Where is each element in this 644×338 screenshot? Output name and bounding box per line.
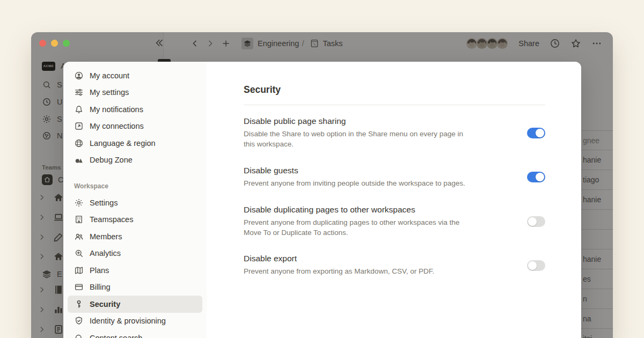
gear-icon [74,198,84,208]
setting-title: Disable guests [244,166,506,175]
settings-nav-teamspaces[interactable]: Teamspaces [68,211,202,229]
sliders-icon [74,87,84,97]
settings-nav-label: Analytics [90,249,121,258]
setting-title: Disable export [244,254,506,263]
settings-nav-identity-provisioning[interactable]: Identity & provisioning [68,313,202,330]
setting-title: Disable public page sharing [244,116,506,126]
members-icon [74,232,84,241]
credit-card-icon [74,282,84,292]
settings-nav-label: My account [90,71,129,80]
settings-nav-label: Debug Zone [90,156,133,164]
settings-nav-content-search[interactable]: Content search [68,329,202,338]
map-icon [74,266,84,275]
settings-modal: My account My settings My notifications … [63,62,581,338]
settings-sidebar: My account My settings My notifications … [63,62,207,338]
setting-text: Disable public page sharing Disable the … [244,116,506,150]
settings-section-workspace: Workspace [74,182,196,192]
settings-nav-members[interactable]: Members [68,228,202,245]
settings-nav-label: Language & region [90,139,156,148]
setting-title: Disable duplicating pages to other works… [244,205,506,215]
settings-nav-label: Settings [90,199,118,207]
toggle-disable-export[interactable] [527,260,545,271]
arrow-up-right-square-icon [74,121,84,131]
settings-nav-billing[interactable]: Billing [68,279,202,296]
setting-disable-export: Disable export Prevent anyone from expor… [244,254,545,277]
settings-nav-debug-zone[interactable]: Debug Zone [68,152,202,169]
settings-nav-my-settings[interactable]: My settings [68,84,202,101]
zoom-plus-icon [74,248,84,258]
toggle-disable-public-page-sharing[interactable] [527,128,545,138]
settings-nav-label: My connections [90,122,144,130]
key-icon [74,299,84,309]
settings-nav-label: Plans [90,266,109,275]
globe-icon [74,138,84,148]
settings-nav-label: My settings [90,88,129,97]
app-window: ACME A S U S N Teams [31,32,613,338]
setting-description: Prevent anyone from exporting as Markdow… [244,267,475,277]
settings-nav-label: Members [90,232,122,241]
settings-nav-language-region[interactable]: Language & region [68,135,202,152]
toggle-knob [536,173,544,181]
settings-nav-label: Security [90,300,120,308]
settings-nav-label: Billing [90,283,111,291]
minimize-window-button[interactable] [51,40,58,47]
toggle-knob [528,261,537,270]
settings-nav-my-notifications[interactable]: My notifications [68,101,202,118]
settings-content: Security Disable public page sharing Dis… [207,62,581,338]
divider [244,105,545,105]
settings-nav-my-account[interactable]: My account [68,67,202,84]
settings-nav-label: My notifications [90,105,143,114]
setting-disable-guests: Disable guests Prevent anyone from invit… [244,166,545,189]
setting-text: Disable guests Prevent anyone from invit… [244,166,506,189]
toggle-disable-guests[interactable] [527,172,545,182]
setting-text: Disable duplicating pages to other works… [244,205,506,238]
settings-nav-settings[interactable]: Settings [68,194,202,211]
bell-icon [74,105,84,114]
settings-nav-analytics[interactable]: Analytics [68,245,202,262]
settings-nav-plans[interactable]: Plans [68,262,202,279]
toggle-knob [536,129,544,137]
toggle-disable-duplicating-pages[interactable] [527,216,545,227]
person-circle-icon [74,71,84,80]
settings-nav-security[interactable]: Security [68,296,202,313]
settings-nav-label: Identity & provisioning [90,317,166,325]
search-icon [74,333,84,338]
settings-nav-my-connections[interactable]: My connections [68,118,202,135]
page-title: Security [244,84,545,95]
zoom-window-button[interactable] [63,40,70,47]
settings-nav-label: Teamspaces [90,215,133,224]
building-icon [74,215,84,224]
shield-check-icon [74,316,84,326]
debug-zone-icon [74,155,84,165]
close-window-button[interactable] [39,40,46,47]
setting-disable-public-page-sharing: Disable public page sharing Disable the … [244,116,545,150]
toggle-knob [528,217,537,226]
window-controls [39,40,70,47]
setting-description: Prevent anyone from duplicating pages to… [244,218,475,238]
setting-description: Disable the Share to web option in the S… [244,129,475,150]
setting-text: Disable export Prevent anyone from expor… [244,254,506,277]
setting-disable-duplicating-pages: Disable duplicating pages to other works… [244,205,545,238]
setting-description: Prevent anyone from inviting people outs… [244,179,475,189]
settings-nav-label: Content search [90,334,142,338]
